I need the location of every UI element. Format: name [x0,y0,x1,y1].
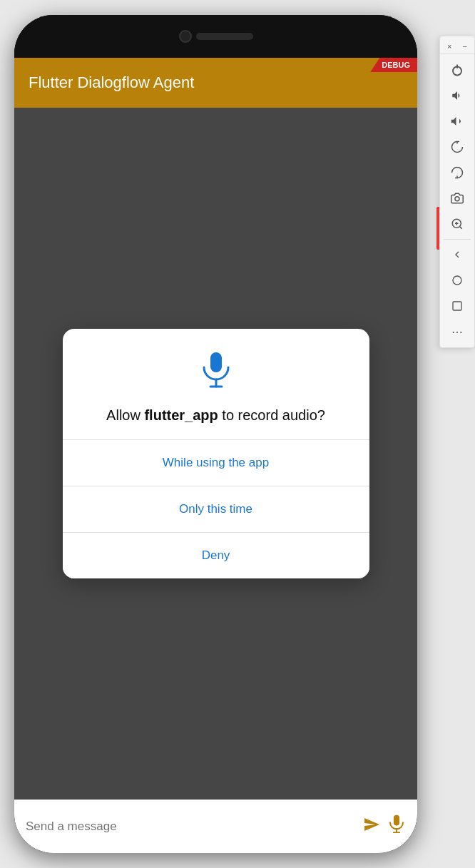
phone-shell: Flutter Dialogflow Agent DEBUG [14,15,417,853]
dialog-app-name: flutter_app [144,407,218,423]
red-indicator [436,207,439,250]
svg-rect-13 [453,302,461,310]
screenshot-icon-button[interactable] [444,185,470,211]
notch-bar [14,15,417,58]
toolbar-close-button[interactable]: × [444,41,454,52]
toolbar-minimize-button[interactable]: − [460,41,470,52]
svg-point-12 [453,276,461,285]
bottom-bar [14,800,417,853]
microphone-icon [201,352,231,394]
toolbar-divider [444,239,471,240]
svg-rect-0 [210,352,222,372]
debug-badge: DEBUG [370,58,417,72]
dialog-header: Allow flutter_app to record audio? [63,329,369,439]
message-input[interactable] [26,820,356,834]
send-icon[interactable] [363,816,380,837]
app-bar: Flutter Dialogflow Agent DEBUG [14,58,417,108]
app-bar-title: Flutter Dialogflow Agent [29,73,194,92]
zoom-icon-button[interactable] [444,211,470,237]
home-icon-button[interactable] [444,267,470,293]
rotate2-icon-button[interactable] [444,160,470,185]
permission-dialog: Allow flutter_app to record audio? While… [63,329,369,578]
speaker-notch [196,33,253,40]
volume-down-icon-button[interactable] [444,108,470,134]
mic-bottom-icon[interactable] [387,815,406,838]
more-icon-button[interactable]: ⋯ [444,319,470,344]
dialog-title: Allow flutter_app to record audio? [106,405,325,425]
toolbar-title-row: × − [440,39,474,54]
dialog-overlay: Allow flutter_app to record audio? While… [14,108,417,800]
main-content: Allow flutter_app to record audio? While… [14,108,417,800]
side-toolbar: × − [439,36,475,348]
volume-up-icon-button[interactable] [444,83,470,108]
svg-rect-3 [394,815,399,826]
svg-line-9 [459,226,461,228]
while-using-button[interactable]: While using the app [63,440,369,486]
phone-screen: Flutter Dialogflow Agent DEBUG [14,58,417,853]
back-icon-button[interactable] [444,242,470,267]
rotate-icon-button[interactable] [444,134,470,160]
svg-point-7 [455,197,459,201]
power-icon-button[interactable] [444,57,470,83]
only-this-time-button[interactable]: Only this time [63,486,369,532]
recents-icon-button[interactable] [444,293,470,319]
camera-notch [179,30,192,43]
deny-button[interactable]: Deny [63,533,369,578]
